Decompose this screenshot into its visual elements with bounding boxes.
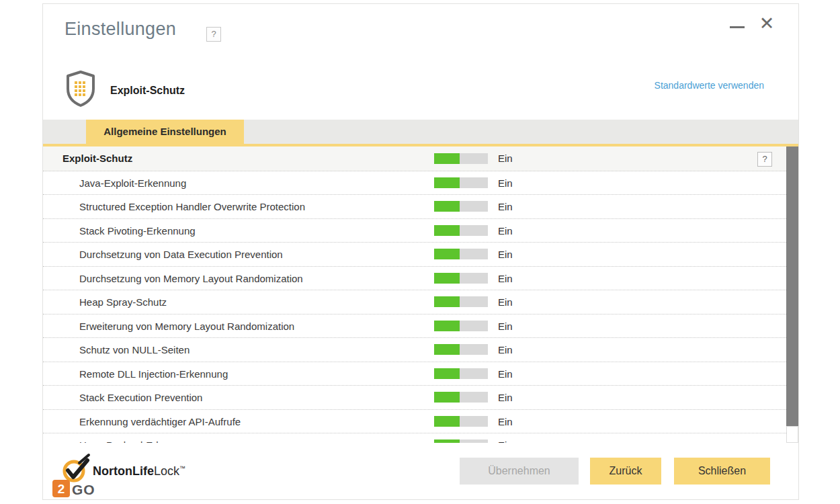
toggle-track: [460, 273, 488, 284]
go-text: GO: [72, 482, 95, 497]
toggle-track: [460, 249, 488, 259]
apply-button[interactable]: Übernehmen: [460, 458, 579, 485]
toggle-track: [460, 439, 488, 443]
toggle-state-text: Ein: [498, 219, 513, 243]
setting-row: Heap Spray-Schutz Ein: [43, 290, 786, 314]
toggle-state-text: Ein: [498, 267, 513, 290]
toggle-state-text: Ein: [498, 290, 513, 314]
setting-label: Stack Execution Prevention: [79, 386, 202, 409]
setting-row: Stack Execution Prevention Ein: [43, 386, 786, 410]
settings-window: Einstellungen ? ✕ Exploit-Schutz Standar…: [42, 3, 799, 500]
toggle-on-fill: [434, 344, 460, 355]
setting-row: Erweiterung von Memory Layout Randomizat…: [43, 314, 786, 339]
setting-row: Heap Payload-Erkennung Ein: [43, 433, 786, 443]
tab-bar: Allgemeine Einstellungen: [43, 120, 798, 144]
setting-row: Stack Pivoting-Erkennung Ein: [43, 219, 786, 243]
toggle-track: [460, 416, 488, 427]
toggle-switch[interactable]: [434, 368, 488, 379]
toggle-switch[interactable]: [434, 249, 488, 259]
toggle-state-text: Ein: [498, 338, 513, 362]
toggle-track: [460, 177, 488, 188]
toggle-state-text: Ein: [498, 410, 513, 433]
toggle-on-fill: [434, 177, 460, 188]
setting-label: Stack Pivoting-Erkennung: [79, 219, 196, 243]
badge-2-text: 2: [58, 482, 65, 496]
toggle-state-text: Ein: [498, 195, 513, 218]
toggle-switch[interactable]: [434, 273, 488, 284]
setting-label: Schutz von NULL-Seiten: [79, 338, 190, 362]
setting-row: Durchsetzung von Memory Layout Randomiza…: [43, 267, 786, 291]
scrollbar-thumb[interactable]: [786, 146, 798, 426]
toggle-track: [460, 344, 488, 355]
toggle-track: [460, 201, 488, 212]
toggle-track: [460, 368, 488, 379]
toggle-on-fill: [434, 273, 460, 284]
toggle-on-fill: [434, 201, 460, 212]
setting-label: Java-Exploit-Erkennung: [79, 171, 186, 195]
page-title: Einstellungen: [65, 19, 176, 40]
toggle-on-fill: [434, 225, 460, 236]
toggle-switch[interactable]: [434, 416, 488, 427]
settings-list: Exploit-Schutz Ein ? Java-Exploit-Erkenn…: [43, 146, 786, 443]
section-title: Exploit-Schutz: [110, 85, 185, 97]
setting-row: Schutz von NULL-Seiten Ein: [43, 338, 786, 362]
row-help-button[interactable]: ?: [757, 152, 772, 167]
toggle-track: [460, 296, 488, 307]
toggle-track: [460, 321, 488, 331]
close-icon[interactable]: ✕: [757, 13, 777, 34]
tab-general-settings[interactable]: Allgemeine Einstellungen: [86, 120, 244, 144]
toggle-on-fill: [434, 392, 460, 403]
setting-label: Remote DLL Injection-Erkennung: [79, 362, 228, 386]
toggle-state-text: Ein: [498, 362, 513, 386]
setting-label: Exploit-Schutz: [62, 146, 132, 171]
toggle-on-fill: [434, 153, 460, 164]
setting-label: Heap Payload-Erkennung: [79, 433, 195, 443]
close-button[interactable]: Schließen: [674, 458, 770, 485]
toggle-state-text: Ein: [498, 386, 513, 409]
setting-label: Erkennung verdächtiger API-Aufrufe: [79, 410, 241, 433]
toggle-switch[interactable]: [434, 439, 488, 443]
toggle-switch[interactable]: [434, 344, 488, 355]
toggle-state-text: Ein: [498, 171, 513, 195]
setting-row: Erkennung verdächtiger API-Aufrufe Ein: [43, 410, 786, 434]
exploit-protection-shield-icon: [65, 70, 97, 110]
toggle-track: [460, 153, 488, 164]
setting-row-main: Exploit-Schutz Ein ?: [43, 146, 786, 171]
setting-label: Durchsetzung von Memory Layout Randomiza…: [79, 267, 303, 290]
toggle-on-fill: [434, 249, 460, 259]
toggle-track: [460, 392, 488, 403]
setting-label: Erweiterung von Memory Layout Randomizat…: [79, 314, 294, 338]
title-help-button[interactable]: ?: [206, 27, 221, 42]
toggle-on-fill: [434, 296, 460, 307]
toggle-on-fill: [434, 368, 460, 379]
setting-row: Java-Exploit-Erkennung Ein: [43, 171, 786, 196]
back-button[interactable]: Zurück: [590, 458, 661, 485]
toggle-switch[interactable]: [434, 225, 488, 236]
nortonlifelock-logo: 2 GO NortonLifeLock™: [50, 451, 251, 499]
toggle-state-text: Ein: [498, 314, 513, 338]
toggle-state-text: Ein: [498, 433, 513, 443]
toggle-state-text: Ein: [498, 146, 513, 171]
toggle-on-fill: [434, 321, 460, 331]
toggle-on-fill: [434, 416, 460, 427]
minimize-icon[interactable]: [730, 26, 745, 28]
toggle-switch[interactable]: [434, 201, 488, 212]
setting-row: Remote DLL Injection-Erkennung Ein: [43, 362, 786, 386]
scrollbar-track[interactable]: [786, 426, 798, 443]
setting-label: Heap Spray-Schutz: [79, 290, 167, 314]
setting-row: Durchsetzung von Data Execution Preventi…: [43, 243, 786, 267]
toggle-switch[interactable]: [434, 321, 488, 331]
toggle-switch[interactable]: [434, 296, 488, 307]
toggle-track: [460, 225, 488, 236]
use-defaults-link[interactable]: Standardwerte verwenden: [655, 80, 764, 91]
toggle-switch[interactable]: [434, 153, 488, 164]
toggle-on-fill: [434, 439, 460, 443]
toggle-switch[interactable]: [434, 177, 488, 188]
toggle-switch[interactable]: [434, 392, 488, 403]
scrollbar: [786, 146, 798, 443]
setting-label: Structured Exception Handler Overwrite P…: [79, 195, 305, 218]
setting-row: Structured Exception Handler Overwrite P…: [43, 195, 786, 219]
svg-text:NortonLifeLock™: NortonLifeLock™: [93, 464, 185, 478]
setting-label: Durchsetzung von Data Execution Preventi…: [79, 243, 283, 266]
toggle-state-text: Ein: [498, 243, 513, 266]
